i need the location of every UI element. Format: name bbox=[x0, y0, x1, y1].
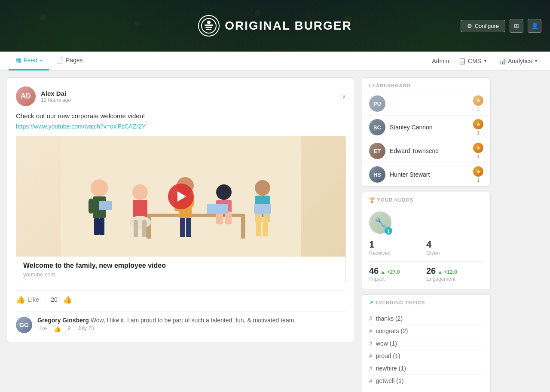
comment-like[interactable]: Like bbox=[37, 325, 47, 332]
trending-item-newhire[interactable]: # newhire (1) bbox=[369, 362, 483, 375]
cms-icon: 📋 bbox=[458, 58, 466, 64]
trending-item-thanks[interactable]: # thanks (2) bbox=[369, 312, 483, 325]
kudos-given-val: 4 bbox=[426, 239, 483, 250]
right-sidebar: LEADERBOARD PU ★ 3 SC Stanley Cannon ★ 1 bbox=[362, 77, 491, 392]
header-title: ORIGINAL BURGER bbox=[225, 19, 352, 33]
kudos-impact-label: Impact bbox=[369, 276, 426, 282]
comment-thumbs: 👍 bbox=[54, 325, 61, 332]
trending-tag-wow: wow (1) bbox=[376, 340, 397, 347]
nav-left: ▦ Feed ▾ 📄 Pages bbox=[9, 52, 432, 70]
prev-badge: ★ 3 bbox=[473, 95, 483, 112]
leaderboard-prev-item: PU ★ 3 bbox=[362, 92, 490, 115]
engagement-delta: ▲ +12.0 bbox=[437, 269, 457, 275]
feed-area: AD Alex Dai 12 hours ago ∨ Check out our… bbox=[7, 77, 355, 392]
comment-text: Wow, I like it. I am proud to be part of… bbox=[91, 317, 296, 324]
hash-icon: # bbox=[369, 315, 373, 322]
kudos-received-stat: 1 Received bbox=[369, 239, 426, 256]
trending-item-getwell[interactable]: # getwell (1) bbox=[369, 375, 483, 387]
nav-feed[interactable]: ▦ Feed ▾ bbox=[9, 52, 49, 70]
like-count: 20 bbox=[51, 296, 58, 303]
pages-icon: 📄 bbox=[56, 57, 63, 64]
leaderboard-item[interactable]: SC Stanley Cannon ★ 1 bbox=[362, 115, 490, 139]
video-info: Welcome to the family, new employee vide… bbox=[16, 257, 345, 283]
kudos-engagement-row: 26 ▲ +12.0 bbox=[426, 266, 483, 276]
post-text: Check out our new corporate welcome vide… bbox=[16, 112, 346, 119]
hash-icon: # bbox=[369, 328, 373, 334]
prev-count: 3 bbox=[477, 107, 480, 112]
hash-icon: # bbox=[369, 340, 373, 347]
trending-tag-proud: proud (1) bbox=[376, 352, 400, 359]
trending-item-congrats[interactable]: # congrats (2) bbox=[369, 325, 483, 337]
hash-icon: # bbox=[369, 352, 373, 359]
video-thumbnail bbox=[16, 136, 345, 257]
post-card: AD Alex Dai 12 hours ago ∨ Check out our… bbox=[7, 77, 355, 342]
lb-count-hunter: 1 bbox=[477, 178, 480, 183]
impact-delta: ▲ +27.0 bbox=[380, 269, 400, 275]
kudos-received-val: 1 bbox=[369, 239, 426, 250]
post-link[interactable]: https://www.youtube.com/watch?v=oxlFzCAZ… bbox=[16, 123, 346, 130]
engagement-delta-val: +12.0 bbox=[444, 269, 457, 275]
nav-cms[interactable]: 📋 CMS ▾ bbox=[454, 52, 491, 70]
svg-rect-8 bbox=[241, 217, 245, 239]
kudos-body: 🔧 1 1 Received 4 Given bbox=[362, 206, 490, 289]
svg-rect-25 bbox=[180, 218, 185, 237]
author-details: Alex Dai 12 hours ago bbox=[41, 90, 71, 103]
lb-avatar-stanley: SC bbox=[369, 119, 385, 135]
lb-avatar-edward: ET bbox=[369, 143, 385, 159]
trending-item-proud[interactable]: # proud (1) bbox=[369, 350, 483, 362]
svg-rect-4 bbox=[206, 29, 211, 30]
trending-item-wow[interactable]: # wow (1) bbox=[369, 337, 483, 350]
pages-label: Pages bbox=[66, 57, 83, 64]
kudos-engagement-metric: 26 ▲ +12.0 Engagement bbox=[426, 266, 483, 282]
lb-medal-stanley: ★ bbox=[473, 119, 483, 129]
kudos-divider bbox=[369, 261, 483, 262]
kudos-engagement-val: 26 bbox=[426, 266, 436, 276]
lb-count-stanley: 1 bbox=[477, 130, 480, 135]
trending-tag-getwell: getwell (1) bbox=[376, 377, 404, 384]
lb-badge-stanley: ★ 1 bbox=[473, 119, 483, 135]
trophy-icon: 🏆 bbox=[369, 197, 376, 202]
grid-view-button[interactable]: ⊞ bbox=[510, 19, 523, 33]
nav-pages[interactable]: 📄 Pages bbox=[49, 52, 90, 70]
svg-rect-11 bbox=[89, 199, 94, 214]
svg-rect-20 bbox=[142, 220, 147, 237]
post-header: AD Alex Dai 12 hours ago ∨ bbox=[16, 86, 346, 106]
lb-name-edward: Edward Townsend bbox=[390, 147, 469, 154]
trending-tag-congrats: congrats (2) bbox=[376, 328, 408, 334]
trending-tag-thanks: thanks (2) bbox=[376, 315, 403, 322]
cms-label: CMS bbox=[468, 58, 481, 64]
svg-rect-38 bbox=[254, 204, 271, 214]
video-card: Welcome to the family, new employee vide… bbox=[16, 136, 346, 283]
trending-tag-newhire: newhire (1) bbox=[376, 365, 406, 372]
navbar: ▦ Feed ▾ 📄 Pages Admin: 📋 CMS ▾ 📊 Analyt… bbox=[0, 52, 550, 70]
comment: GG Gregory Ginsberg Wow, I like it. I am… bbox=[16, 311, 346, 333]
lb-badge-edward: ★ 1 bbox=[473, 143, 483, 159]
prev-avatar: PU bbox=[369, 95, 385, 112]
kudos-count-badge: 1 bbox=[385, 227, 392, 235]
like-button[interactable]: 👍 Like bbox=[16, 295, 39, 304]
gear-icon: ⚙ bbox=[467, 23, 472, 29]
like-label: Like bbox=[28, 296, 39, 303]
svg-point-16 bbox=[132, 184, 148, 200]
leaderboard-item[interactable]: ET Edward Townsend ★ 1 bbox=[362, 139, 490, 162]
nav-analytics[interactable]: 📊 Analytics ▾ bbox=[494, 52, 541, 70]
svg-rect-36 bbox=[256, 217, 261, 236]
post-options-chevron[interactable]: ∨ bbox=[342, 93, 346, 100]
kudos-received-label: Received bbox=[369, 250, 426, 256]
action-divider: | bbox=[44, 296, 46, 303]
play-button[interactable] bbox=[168, 184, 194, 209]
configure-button[interactable]: ⚙ Configure bbox=[461, 20, 505, 32]
post-actions: 👍 Like | 20 👍 bbox=[16, 290, 346, 304]
prev-medal: ★ bbox=[473, 95, 483, 106]
svg-rect-17 bbox=[133, 200, 147, 217]
nav-right: Admin: 📋 CMS ▾ 📊 Analytics ▾ bbox=[432, 52, 541, 70]
trending-icon: ↗ bbox=[369, 300, 373, 305]
leaderboard-item[interactable]: HS Hunter Stewart ★ 1 bbox=[362, 162, 490, 186]
lb-medal-hunter: ★ bbox=[473, 166, 483, 177]
svg-point-1 bbox=[207, 21, 211, 24]
impact-delta-val: +27.0 bbox=[387, 269, 400, 275]
user-avatar-button[interactable]: 👤 bbox=[528, 19, 541, 33]
analytics-label: Analytics bbox=[508, 58, 532, 64]
svg-point-27 bbox=[216, 184, 232, 200]
leaderboard-title: LEADERBOARD bbox=[362, 78, 490, 92]
